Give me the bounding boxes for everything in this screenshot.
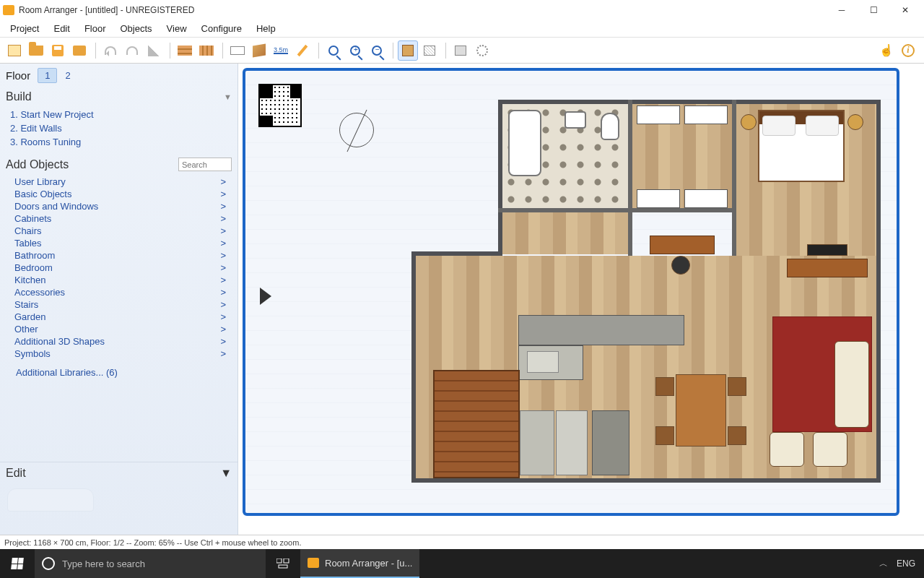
- armchair[interactable]: [770, 432, 804, 467]
- cat-doors-windows[interactable]: Doors and Windows>: [6, 200, 232, 212]
- close-button[interactable]: ✕: [889, 0, 921, 20]
- bathtub[interactable]: [508, 110, 541, 176]
- build-section-header[interactable]: Build ▼: [0, 87, 237, 106]
- menu-project[interactable]: Project: [3, 22, 46, 35]
- oven[interactable]: [592, 410, 629, 475]
- pillow[interactable]: [806, 116, 839, 136]
- fridge[interactable]: [556, 410, 588, 475]
- lamp[interactable]: [847, 114, 863, 130]
- toolbar-wall[interactable]: [175, 40, 195, 61]
- toolbar-print[interactable]: [69, 40, 90, 61]
- toilet[interactable]: [601, 113, 619, 140]
- kitchen-island[interactable]: [518, 315, 684, 345]
- toolbar-zoom-out[interactable]: [367, 40, 387, 61]
- cat-kitchen[interactable]: Kitchen>: [6, 274, 232, 286]
- wall[interactable]: [411, 251, 502, 256]
- task-view-button[interactable]: [266, 549, 300, 578]
- cat-symbols[interactable]: Symbols>: [6, 348, 232, 360]
- start-button[interactable]: [0, 549, 35, 578]
- toolbar-wireframe[interactable]: [419, 40, 440, 61]
- menu-configure[interactable]: Configure: [194, 22, 249, 35]
- te[interactable]: ☐: [858, 0, 889, 20]
- wall[interactable]: [628, 208, 632, 256]
- wall[interactable]: [732, 100, 736, 256]
- toolbar-redo[interactable]: [122, 40, 142, 61]
- desk-chair[interactable]: [671, 256, 690, 275]
- toolbar-wall-edit[interactable]: [196, 40, 217, 61]
- wardrobe[interactable]: [684, 105, 728, 124]
- toolbar-zoom-in[interactable]: [345, 40, 365, 61]
- cat-accessories[interactable]: Accessories>: [6, 286, 232, 298]
- taskbar-search[interactable]: Type here to search: [35, 549, 266, 578]
- floor-plan[interactable]: [411, 100, 881, 483]
- toolbar-save[interactable]: [48, 40, 68, 61]
- build-start-new[interactable]: 1. Start New Project: [10, 108, 229, 121]
- system-tray[interactable]: ︿ ENG: [871, 558, 924, 570]
- cat-chairs[interactable]: Chairs>: [6, 225, 232, 237]
- toolbar-undo[interactable]: [100, 40, 121, 61]
- wardrobe[interactable]: [637, 189, 680, 208]
- wall[interactable]: [628, 100, 632, 208]
- wall[interactable]: [498, 100, 881, 104]
- couch[interactable]: [834, 341, 869, 428]
- floor-plan-canvas[interactable]: [243, 68, 899, 516]
- cat-basic-objects[interactable]: Basic Objects>: [6, 188, 232, 200]
- cat-user-library[interactable]: User Library>: [6, 176, 232, 188]
- cat-other[interactable]: Other>: [6, 323, 232, 335]
- floor-tab-1[interactable]: 1: [38, 68, 57, 83]
- tv-unit[interactable]: [787, 259, 868, 277]
- chair[interactable]: [728, 377, 746, 396]
- minimize-button[interactable]: ─: [826, 0, 858, 20]
- chair[interactable]: [655, 377, 674, 396]
- toolbar-info[interactable]: i: [898, 40, 918, 61]
- armchair[interactable]: [813, 432, 847, 467]
- wardrobe[interactable]: [637, 105, 680, 124]
- cat-stairs[interactable]: Stairs>: [6, 298, 232, 311]
- search-input[interactable]: [178, 158, 232, 171]
- cat-bedroom[interactable]: Bedroom>: [6, 262, 232, 274]
- wall[interactable]: [411, 478, 881, 483]
- cat-garden[interactable]: Garden>: [6, 311, 232, 323]
- wardrobe[interactable]: [684, 189, 728, 208]
- cat-cabinets[interactable]: Cabinets>: [6, 212, 232, 225]
- chair[interactable]: [728, 426, 746, 445]
- toolbar-pen[interactable]: [292, 40, 313, 61]
- cat-3d-shapes[interactable]: Additional 3D Shapes>: [6, 335, 232, 348]
- menu-objects[interactable]: Objects: [113, 22, 160, 35]
- build-edit-walls[interactable]: 2. Edit Walls: [10, 121, 229, 135]
- build-rooms-tuning[interactable]: 3. Rooms Tuning: [10, 135, 229, 149]
- sink[interactable]: [527, 351, 559, 373]
- toolbar-ruler[interactable]: 3.5m: [271, 40, 291, 61]
- additional-libraries-link[interactable]: Additional Libraries... (6): [6, 360, 232, 385]
- floor-tab-2[interactable]: 2: [58, 69, 77, 82]
- toolbar-house[interactable]: [450, 40, 471, 61]
- menu-view[interactable]: View: [160, 22, 194, 35]
- counter[interactable]: [520, 410, 554, 475]
- toolbar-zoom[interactable]: [323, 40, 344, 61]
- taskbar-app-room-arranger[interactable]: Room Arranger - [u...: [300, 549, 419, 578]
- wall[interactable]: [498, 100, 502, 251]
- menu-help[interactable]: Help: [249, 22, 283, 35]
- toolbar-3dview[interactable]: [398, 40, 418, 61]
- toolbar-settings[interactable]: [472, 40, 492, 61]
- dining-table[interactable]: [676, 374, 726, 447]
- desk[interactable]: [650, 236, 715, 254]
- edit-section-header[interactable]: Edit ▼: [0, 462, 237, 484]
- pillow[interactable]: [762, 116, 796, 136]
- stairs[interactable]: [433, 370, 520, 478]
- cat-tables[interactable]: Tables>: [6, 237, 232, 249]
- toolbar-dim[interactable]: [227, 40, 248, 61]
- tv[interactable]: [807, 244, 847, 256]
- cat-bathroom[interactable]: Bathroom>: [6, 249, 232, 262]
- chair[interactable]: [655, 426, 674, 445]
- wall[interactable]: [498, 208, 736, 212]
- toolbar-new[interactable]: [4, 40, 25, 61]
- toolbar-open[interactable]: [26, 40, 46, 61]
- tray-chevron-icon[interactable]: ︿: [879, 558, 888, 570]
- menu-floor[interactable]: Floor: [77, 22, 113, 35]
- toolbar-3d[interactable]: [249, 40, 269, 61]
- toolbar-hand[interactable]: ☝: [876, 40, 897, 61]
- tray-language[interactable]: ENG: [897, 558, 915, 569]
- toolbar-brush[interactable]: [144, 40, 164, 61]
- wall[interactable]: [411, 251, 416, 483]
